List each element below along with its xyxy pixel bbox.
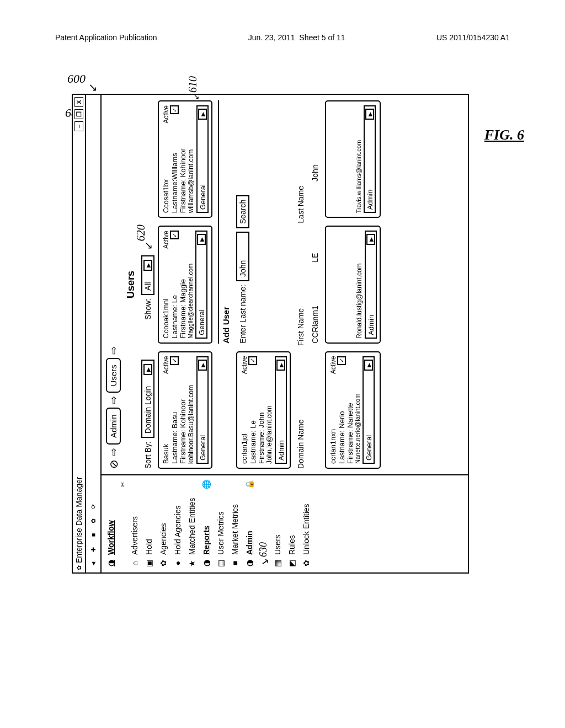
- scissors-icon: ✂: [119, 478, 126, 487]
- sidebar: ◑ Workflow ✂ ⌂Advertisers ▣Hold ✿Agencie…: [102, 474, 468, 572]
- chart-icon: ▤: [216, 558, 225, 568]
- section-title: Users: [125, 100, 137, 469]
- role-select[interactable]: General▶: [363, 356, 375, 464]
- sidebar-item-advertisers[interactable]: ⌂Advertisers: [129, 478, 141, 570]
- dropdown-icon: ▶: [276, 360, 285, 371]
- active-checkbox[interactable]: ✓: [170, 105, 179, 114]
- user-cards-grid: BasukActive Lastname: Basu✓ Firstname: K…: [158, 100, 381, 469]
- dropdown-icon: ▶: [143, 364, 152, 375]
- sidebar-item-hold[interactable]: ▣Hold: [143, 478, 155, 570]
- crumb-admin[interactable]: Admin: [106, 408, 121, 445]
- role-select[interactable]: General▶: [196, 105, 209, 213]
- active-checkbox[interactable]: ✓: [170, 356, 179, 365]
- active-checkbox[interactable]: ✓: [248, 356, 257, 365]
- sortby-label: Sort By:: [143, 441, 152, 469]
- dropdown-icon: ▶: [143, 260, 152, 271]
- arrow-icon: ⇨: [108, 346, 120, 355]
- search-input[interactable]: John: [236, 232, 249, 281]
- titlebar: ✿ Enterprise Data Manager – ❐ X: [73, 95, 86, 572]
- sidebar-item-hold-agencies[interactable]: ●Hold Agencies: [172, 478, 184, 570]
- role-select[interactable]: General▶: [195, 231, 207, 338]
- chart-icon: ■: [231, 558, 239, 568]
- app-window: ✿ Enterprise Data Manager – ❐ X ◄ ✚ ■ ✿ …: [72, 94, 469, 574]
- agencies-icon: ✿: [159, 558, 168, 568]
- callout-630: ↘ 630: [258, 478, 269, 570]
- role-select[interactable]: Admin▶: [275, 356, 287, 464]
- show-select[interactable]: All ▶: [141, 255, 154, 295]
- pub-number: US 2011/0154230 A1: [436, 33, 510, 42]
- role-select[interactable]: General▶: [196, 356, 209, 464]
- sidebar-item-matched[interactable]: ★Matched Entities: [186, 478, 198, 570]
- sidebar-item-market-metrics[interactable]: ■Market Metrics: [229, 478, 241, 570]
- chevron-icon: ◑: [106, 558, 115, 568]
- search-button[interactable]: Search: [236, 195, 249, 228]
- dropdown-icon: ▶: [198, 109, 207, 120]
- globe-icon: 🌐: [202, 480, 211, 489]
- add-user-column-headers: Domain Name First Name Last Name: [296, 100, 305, 469]
- pub-type: Patent Application Publication: [55, 33, 157, 42]
- star-icon: ★: [188, 558, 196, 568]
- hold-icon: ▣: [145, 558, 153, 568]
- search-result-row[interactable]: CCRlanm1 LE John: [311, 100, 319, 344]
- add-button[interactable]: ✚: [88, 544, 98, 555]
- crumb-users[interactable]: Users: [106, 358, 121, 393]
- sidebar-group-workflow[interactable]: ◑ Workflow: [105, 478, 117, 570]
- arrow-icon: ⇨: [108, 448, 120, 456]
- close-button[interactable]: X: [74, 97, 83, 107]
- lock-icon: 🔒: [245, 480, 254, 489]
- dropdown-icon: ▶: [197, 234, 206, 245]
- user-card[interactable]: Ccosat1bxActive Lastname:Williams✓ First…: [158, 100, 212, 218]
- active-checkbox[interactable]: ✓: [170, 231, 179, 239]
- user-card[interactable]: ccrlan1jqlActive Lastname: Le✓ Firstname…: [236, 351, 291, 469]
- callout-620: 620: [135, 224, 147, 241]
- callout-610: 610: [186, 76, 199, 93]
- breadcrumb: ⊘ ⇨ Admin ⇨ Users ⇨: [106, 100, 121, 469]
- maximize-button[interactable]: ❐: [74, 109, 83, 119]
- hold-agencies-icon: ●: [173, 558, 182, 568]
- app-icon: ✿: [76, 565, 83, 570]
- sidebar-item-unlock[interactable]: ✿Unlock Entities: [300, 478, 312, 570]
- arrow-icon: ⇨: [108, 396, 120, 404]
- page-header: Patent Application Publication Jun. 23, …: [0, 0, 565, 47]
- sidebar-group-reports[interactable]: ◑ Reports 🌐: [200, 478, 212, 570]
- gear-icon[interactable]: ✿: [88, 515, 98, 526]
- rules-icon: ◩: [287, 558, 296, 568]
- pub-date-sheet: Jun. 23, 2011 Sheet 5 of 11: [248, 33, 345, 42]
- sidebar-group-admin[interactable]: ◑ Admin 🔒: [243, 478, 255, 570]
- user-card[interactable]: ccrlan1nxnActive Lastname: Nerio✓ Firstn…: [325, 351, 381, 469]
- user-card[interactable]: Ronald.lustig@lanint.com Admin▶: [325, 226, 381, 343]
- role-select[interactable]: Admin▶: [365, 231, 377, 338]
- sortby-select[interactable]: Domain Login ▶: [141, 360, 154, 438]
- refresh-icon[interactable]: ⟳: [88, 501, 98, 512]
- dropdown-icon: ▶: [198, 360, 207, 371]
- stop-icon[interactable]: ■: [88, 529, 98, 540]
- controls-row: Sort By: Domain Login ▶ Show: All ▶ ↙: [141, 100, 154, 469]
- window-title: Enterprise Data Manager: [74, 477, 83, 563]
- active-checkbox[interactable]: ✓: [337, 356, 346, 365]
- user-card[interactable]: Ccooak1mnlActive Lastname: Le✓ Firstname…: [158, 226, 212, 343]
- sidebar-item-users[interactable]: ▦Users: [271, 478, 284, 570]
- key-icon: ⌂: [130, 558, 139, 568]
- dropdown-icon: ▶: [364, 360, 373, 371]
- users-icon: ▦: [273, 558, 282, 568]
- blocked-icon: ⊘: [107, 459, 120, 469]
- sidebar-item-user-metrics[interactable]: ▤User Metrics: [215, 478, 227, 570]
- show-label: Show:: [143, 298, 152, 320]
- back-button[interactable]: ◄: [88, 558, 98, 569]
- main-panel: ⊘ ⇨ Admin ⇨ Users ⇨ Users Sort By: Domai…: [102, 95, 468, 474]
- dropdown-icon: ▶: [365, 109, 374, 120]
- chevron-icon: ◑: [202, 558, 211, 568]
- sidebar-item-agencies[interactable]: ✿Agencies: [157, 478, 169, 570]
- toolbar: ◄ ✚ ■ ✿ ⟳: [86, 95, 102, 572]
- search-label: Enter Last name:: [238, 285, 247, 344]
- minimize-button[interactable]: –: [74, 121, 83, 131]
- figure-area: 600 ↘ 640 — FIG. 6 ✿ Enterprise Data Man…: [72, 77, 491, 574]
- user-card[interactable]: BasukActive Lastname: Basu✓ Firstname: K…: [158, 351, 212, 469]
- unlock-icon: ✿: [302, 558, 311, 568]
- role-select[interactable]: Admin▶: [364, 105, 376, 213]
- dropdown-icon: ▶: [366, 234, 375, 245]
- add-user-heading: Add User: [218, 100, 231, 344]
- chevron-icon: ◑: [245, 558, 254, 568]
- sidebar-item-rules[interactable]: ◩Rules: [286, 478, 298, 570]
- user-card[interactable]: Travis.williams@lanint.com Admin▶: [325, 100, 381, 218]
